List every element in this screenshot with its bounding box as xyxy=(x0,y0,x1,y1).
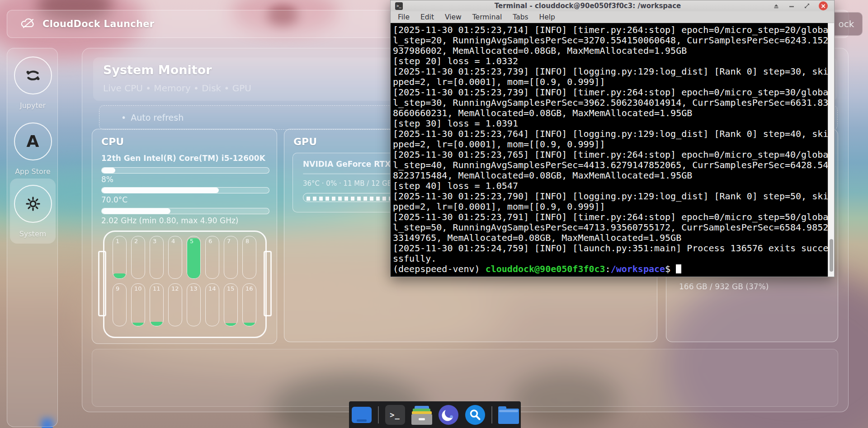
terminal-app-icon: >_ xyxy=(395,2,403,10)
clouddock-logo-icon xyxy=(20,17,36,31)
cpu-model: 12th Gen Intel(R) Core(TM) i5-12600K xyxy=(101,154,265,163)
cpu-core-cell: 7 xyxy=(224,236,238,279)
prompt-dollar: $ xyxy=(665,263,670,274)
cpu-core-load-fill xyxy=(132,323,145,326)
cpu-card-title: CPU xyxy=(101,136,124,147)
terminal-scrollbar[interactable] xyxy=(828,23,834,277)
cpu-core-grid: 12345678910111213141516 xyxy=(103,230,267,338)
terminal-line: [2025-11-30 01:25:23,765] [INFO] [timer.… xyxy=(393,150,828,160)
auto-refresh-label: Auto refresh xyxy=(131,113,184,122)
cpu-temp-label: 70.0°C xyxy=(101,195,127,204)
sidebar-item-system[interactable]: System xyxy=(10,179,56,244)
monitor-bottom-section xyxy=(92,349,838,407)
cpu-core-number: 3 xyxy=(153,238,156,245)
cpu-core-load-fill xyxy=(187,238,200,278)
auto-refresh-bullet: • xyxy=(121,113,126,122)
maximize-icon[interactable] xyxy=(803,2,811,9)
terminal-line: [2025-11-30 01:25:23,790] [INFO] [loggin… xyxy=(393,191,828,202)
terminal-cursor xyxy=(676,264,681,273)
cpu-usage-label: 8% xyxy=(101,175,113,184)
sidebar-item-jupyter[interactable]: Jupyter xyxy=(7,56,58,110)
show-desktop-icon[interactable] xyxy=(351,404,372,425)
cpu-core-number: 14 xyxy=(208,285,216,292)
menu-item-tabs[interactable]: Tabs xyxy=(513,13,528,21)
cpu-core-cell: 1 xyxy=(113,236,127,279)
terminal-icon[interactable]: >_ xyxy=(385,404,406,425)
terminal-line: ssfully. xyxy=(393,254,828,264)
terminal-titlebar[interactable]: >_ Terminal - clouddock@90e050f3f0c3: /w… xyxy=(391,0,834,11)
cpu-core-cell: 12 xyxy=(168,283,182,326)
cpu-core-cell: 10 xyxy=(131,283,145,326)
sidebar-item-app-store[interactable]: AApp Store xyxy=(7,122,58,176)
page-subtitle: Live CPU • Memory • Disk • GPU xyxy=(103,83,251,94)
prompt-venv: (deepspeed-venv) xyxy=(393,263,486,274)
menu-item-terminal[interactable]: Terminal xyxy=(472,13,502,21)
launcher-title: CloudDock Launcher xyxy=(42,19,154,29)
terminal-line: l_step=40, RunningAvgSamplesPerSec=4413.… xyxy=(393,160,828,170)
cpu-core-number: 4 xyxy=(171,238,175,245)
close-icon[interactable]: × xyxy=(819,1,828,10)
cpu-core-load-fill xyxy=(150,322,163,326)
menu-item-help[interactable]: Help xyxy=(539,13,555,21)
terminal-line: [2025-11-30 01:25:23,714] [INFO] [timer.… xyxy=(393,25,828,35)
terminal-menubar: FileEditViewTerminalTabsHelp xyxy=(391,11,834,23)
menu-item-file[interactable]: File xyxy=(398,13,410,21)
cpu-core-number: 2 xyxy=(134,238,138,245)
cpu-core-number: 10 xyxy=(134,285,142,292)
dock-button[interactable]: ock xyxy=(830,12,863,36)
terminal-window-title: Terminal - clouddock@90e050f3f0c3: /work… xyxy=(403,2,773,10)
sidebar-item-label: System xyxy=(19,230,47,238)
file-manager-icon[interactable] xyxy=(498,404,519,425)
terminal-line: pped=2, lr=[0.0001], mom=[[0.9, 0.999]] xyxy=(393,202,828,212)
terminal-window-buttons: × xyxy=(773,1,828,10)
gpu-stats: 36°C · 0% · 11 MB / 12 GB xyxy=(303,179,392,188)
terminal-output[interactable]: [2025-11-30 01:25:23,714] [INFO] [timer.… xyxy=(391,23,828,277)
disk-usage-label: 166 GB / 932 GB (37%) xyxy=(679,282,769,291)
terminal-line: [step 30] loss = 1.0391 xyxy=(393,118,828,129)
cpu-core-number: 16 xyxy=(245,285,253,292)
cpu-core-cell: 2 xyxy=(131,236,145,279)
cpu-core-cell: 8 xyxy=(242,236,256,279)
cpu-core-number: 13 xyxy=(190,285,198,292)
jupyter-icon xyxy=(14,56,52,94)
gpu-card-title: GPU xyxy=(293,136,317,147)
cpu-core-cell: 15 xyxy=(224,283,238,326)
shade-icon[interactable] xyxy=(773,2,780,9)
cpu-core-cell: 3 xyxy=(150,236,164,279)
cpu-core-cell: 4 xyxy=(168,236,182,279)
archive-manager-icon[interactable] xyxy=(411,404,432,425)
core-grid-right-handle xyxy=(264,251,272,316)
browser-icon[interactable] xyxy=(438,404,459,425)
minimize-icon[interactable] xyxy=(788,2,795,9)
terminal-line: [2025-11-30 01:25:24,759] [INFO] [launch… xyxy=(393,243,828,254)
terminal-line: l_step=30, RunningAvgSamplesPerSec=3962.… xyxy=(393,98,828,108)
terminal-line: [2025-11-30 01:25:23,791] [INFO] [timer.… xyxy=(393,212,828,222)
cpu-core-cell: 9 xyxy=(113,283,127,326)
terminal-line: 8660660231, MemAllocated=0.08GB, MaxMemA… xyxy=(393,108,828,118)
cpu-core-load-fill xyxy=(243,323,256,326)
terminal-window: >_ Terminal - clouddock@90e050f3f0c3: /w… xyxy=(390,0,835,277)
cpu-core-number: 6 xyxy=(208,238,212,245)
desktop: CloudDock Launcher ock JupyterAApp Store… xyxy=(0,0,868,428)
sidebar-item-label: App Store xyxy=(15,167,51,176)
taskbar-dock: >_ xyxy=(349,401,521,428)
terminal-line: 8223715484, MemAllocated=0.08GB, MaxMemA… xyxy=(393,170,828,181)
cpu-freq-label: 2.02 GHz (min 0.80, max 4.90 GHz) xyxy=(101,216,239,225)
menu-item-view[interactable]: View xyxy=(445,13,462,21)
core-grid-left-handle xyxy=(98,251,106,316)
menu-item-edit[interactable]: Edit xyxy=(420,13,434,21)
terminal-scrollbar-thumb[interactable] xyxy=(830,239,833,272)
search-icon[interactable] xyxy=(465,404,486,425)
cpu-core-cell: 13 xyxy=(187,283,201,326)
prompt-colon: : xyxy=(605,263,611,274)
cpu-core-number: 8 xyxy=(245,238,249,245)
appstore-icon: A xyxy=(14,122,52,160)
cpu-core-number: 7 xyxy=(227,238,231,245)
prompt-user-host: clouddock@90e050f3f0c3 xyxy=(486,263,605,274)
terminal-line: [2025-11-30 01:25:23,739] [INFO] [loggin… xyxy=(393,66,828,77)
cpu-usage-bar xyxy=(101,167,269,174)
cpu-core-number: 11 xyxy=(153,285,160,292)
cpu-core-load-fill xyxy=(224,323,237,326)
terminal-line: pped=2, lr=[0.0001], mom=[[0.9, 0.999]] xyxy=(393,139,828,150)
cpu-core-load-fill xyxy=(113,273,126,278)
